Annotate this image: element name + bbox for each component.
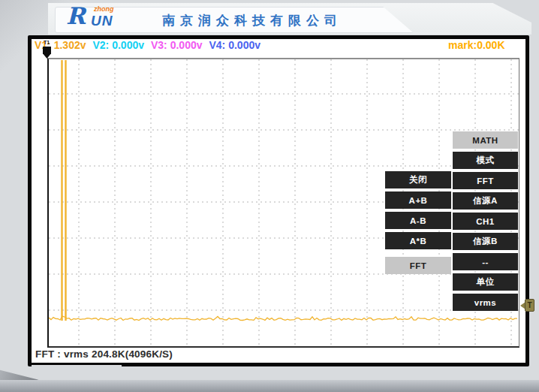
company-name: 南京润众科技有限公司 [162,13,342,28]
brand-logo: R [66,5,86,28]
submenu-item-a-times-b[interactable]: A*B [385,232,451,249]
side-knob[interactable]: T [520,299,536,314]
submenu-item-close[interactable]: 关闭 [385,171,451,188]
trigger-marker-label: T1 [44,40,50,45]
menu-item-dashes[interactable]: -- [453,253,518,270]
menu-item-mode[interactable]: 模式 [453,152,518,169]
brand-logo-un: UN [91,14,113,28]
measurement-row: V1: 1.302vV2: 0.000vV3: 0.000vV4: 0.000v [35,39,267,51]
brand-logo-zhong: zhong [94,6,114,13]
measurement-v4: V4: 0.000v [209,39,261,51]
menu-title-math[interactable]: MATH [453,131,518,149]
status-bar: FFT : vrms 204.8K(4096K/S) [35,348,173,360]
measurement-v3: V3: 0.000v [151,39,203,51]
knob-label: T [525,299,534,312]
menu-item-ch1[interactable]: CH1 [453,213,518,230]
math-submenu: 关闭 A+B A-B A*B FFT [385,171,451,274]
oscilloscope-case: R UN zhong 南京润众科技有限公司 V1: 1.302vV2: 0.00… [0,0,539,392]
menu-item-fft[interactable]: FFT [453,172,518,189]
math-menu: MATH 模式 FFT 信源A CH1 信源B -- 单位 vrms [453,131,518,311]
mark-readout: mark:0.00K [448,39,505,51]
submenu-item-a-plus-b[interactable]: A+B [385,191,451,209]
case-bottom-corner [32,365,122,381]
case-bottom-band [0,380,539,392]
menu-item-unit[interactable]: 单位 [453,273,518,291]
menu-item-source-b[interactable]: 信源B [453,233,518,250]
measurement-v2: V2: 0.000v [93,39,145,51]
submenu-item-a-minus-b[interactable]: A-B [385,212,451,229]
measurement-v1: V1: 1.302v [35,39,86,51]
submenu-item-fft-selected[interactable]: FFT [385,257,451,274]
menu-item-source-a[interactable]: 信源A [453,192,518,210]
menu-item-vrms[interactable]: vrms [453,294,518,311]
